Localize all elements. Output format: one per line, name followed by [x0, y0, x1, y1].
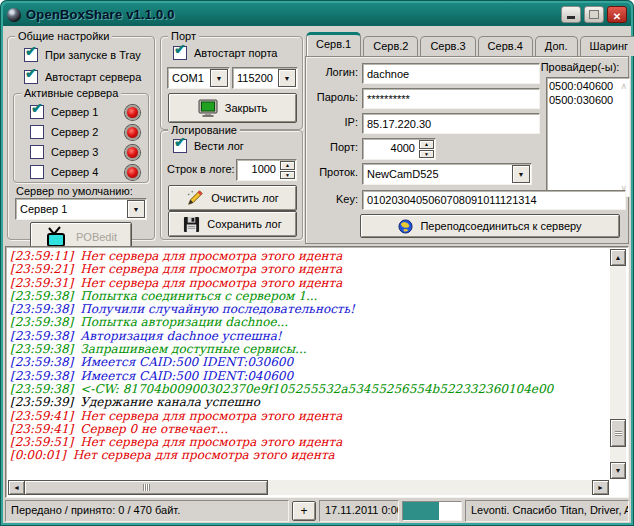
chevron-down-icon[interactable] — [278, 69, 296, 87]
log-line: [23:59:21]Нет сервера для просмотра этог… — [10, 263, 606, 276]
clear-log-button[interactable]: Очистить лог — [168, 185, 297, 211]
server-2-checkbox[interactable]: Сервер 2 — [30, 122, 140, 142]
log-line: [23:59:51]Нет сервера для просмотра этог… — [10, 436, 606, 449]
log-line: [23:59:38]Попытка авторизации dachnoe... — [10, 316, 606, 329]
chevron-down-icon[interactable] — [210, 69, 228, 87]
titlebar[interactable]: OpenBoxShare v1.1.0.0 — [3, 3, 631, 26]
provider-item[interactable]: 0500:030600 — [549, 93, 627, 107]
password-input[interactable]: ********** — [362, 88, 540, 109]
close-port-button-label: Закрыть — [225, 102, 267, 114]
protocol-select[interactable]: NewCamD525 — [362, 163, 532, 185]
scroll-left-icon[interactable]: ◄ — [8, 480, 25, 495]
close-icon — [613, 6, 621, 24]
server-label: Сервер 3 — [51, 146, 98, 158]
log-line: [23:59:38]Имеется CAID:500 IDENT:040600 — [10, 370, 606, 383]
checkbox-icon[interactable] — [24, 70, 38, 84]
checkbox-icon[interactable] — [30, 165, 44, 179]
ip-input[interactable]: 85.17.220.30 — [362, 113, 540, 134]
server-3-checkbox[interactable]: Сервер 3 — [30, 142, 140, 162]
key-label: Key: — [308, 193, 358, 205]
tab-Доп.[interactable]: Доп. — [535, 36, 578, 56]
log-line: [23:59:38]Получили случайную последовате… — [10, 303, 606, 316]
client-area: Общие настройки При запуске в Tray Автос… — [3, 26, 631, 523]
default-server-value: Сервер 1 — [16, 203, 126, 215]
key-input[interactable]: 0102030405060708091011121314 — [362, 190, 626, 210]
group-active-servers: Активные сервера Сервер 1Сервер 2Сервер … — [13, 93, 149, 183]
checkbox-icon[interactable] — [24, 48, 38, 62]
chevron-down-icon[interactable] — [512, 165, 530, 183]
thumb-grip — [615, 431, 622, 436]
tab-Серв.2[interactable]: Серв.2 — [363, 36, 418, 56]
provider-item[interactable]: 0500:040600 — [549, 79, 627, 93]
log-lines-spinner[interactable]: 1000 — [236, 159, 297, 181]
vertical-scroll-thumb[interactable] — [610, 419, 626, 447]
log-line: [23:59:41]Сервер 0 не отвечает... — [10, 423, 606, 436]
server-label: Сервер 1 — [51, 106, 98, 118]
checkbox-icon[interactable] — [30, 125, 44, 139]
server-port-spinner[interactable]: 4000 — [362, 138, 436, 160]
horizontal-scroll-thumb[interactable] — [24, 480, 268, 495]
spinner-buttons — [280, 161, 295, 179]
progress-fill — [403, 502, 439, 520]
floppy-disk-icon — [183, 216, 200, 233]
login-input[interactable]: dachnoe — [362, 63, 540, 84]
minimize-icon — [567, 16, 575, 19]
spinner-buttons — [419, 140, 434, 158]
tab-bar: Серв.1Серв.2Серв.3Серв.4Доп.Шаринг — [305, 32, 629, 56]
tray-checkbox[interactable]: При запуске в Tray — [24, 45, 152, 65]
server-4-checkbox[interactable]: Сервер 4 — [30, 162, 140, 182]
com-port-select[interactable]: COM1 — [167, 67, 230, 89]
group-active-servers-title: Активные сервера — [21, 87, 121, 100]
log-vertical-scrollbar[interactable]: ▲ ▼ — [610, 249, 626, 479]
datetime-status: 17.11.2011 0:00:02 — [319, 500, 399, 522]
checkbox-icon[interactable] — [173, 139, 187, 153]
group-port: Порт Автостарт порта COM1 115200 Закрыть — [160, 36, 303, 130]
close-button[interactable] — [607, 6, 627, 23]
plus-button[interactable]: + — [292, 501, 316, 521]
tray-checkbox-label: При запуске в Tray — [45, 49, 141, 61]
default-server-select[interactable]: Сервер 1 — [15, 198, 147, 220]
spin-up-icon[interactable] — [280, 161, 295, 170]
reconnect-button[interactable]: Переподсоединиться к серверу — [360, 214, 620, 238]
spin-up-icon[interactable] — [419, 140, 434, 149]
scroll-right-icon[interactable]: ► — [592, 480, 609, 495]
eraser-pencil-icon — [186, 189, 204, 207]
log-line: [0:00:01]Нет сервера для просмотра этого… — [10, 449, 606, 462]
spin-down-icon[interactable] — [280, 171, 295, 180]
minimize-button[interactable] — [561, 6, 581, 23]
scroll-up-icon[interactable]: ▲ — [610, 249, 626, 266]
log-line: [23:59:38]<-CW: 81704b00900302370e9f1052… — [10, 383, 606, 396]
globe-icon — [398, 219, 413, 234]
server-1-checkbox[interactable]: Сервер 1 — [30, 102, 140, 122]
tab-Серв.1[interactable]: Серв.1 — [306, 32, 361, 56]
spin-down-icon[interactable] — [419, 150, 434, 159]
protocol-label: Проток. — [308, 166, 358, 178]
window-controls — [561, 6, 631, 23]
window-title: OpenBoxShare v1.1.0.0 — [26, 7, 175, 22]
baud-rate-select[interactable]: 115200 — [232, 67, 298, 89]
server-autostart-label: Автостарт сервера — [45, 71, 141, 83]
close-port-button[interactable]: Закрыть — [168, 93, 297, 123]
log-horizontal-scrollbar[interactable]: ◄ ► — [8, 480, 609, 495]
log-enable-checkbox[interactable]: Вести лог — [173, 136, 300, 156]
save-log-button-label: Сохранить лог — [207, 218, 281, 230]
log-output[interactable]: [23:59:11]Нет сервера для просмотра этог… — [5, 246, 629, 498]
save-log-button[interactable]: Сохранить лог — [168, 211, 297, 237]
chevron-down-icon[interactable] — [127, 200, 145, 218]
tab-Серв.3[interactable]: Серв.3 — [420, 36, 475, 56]
reconnect-button-label: Переподсоединиться к серверу — [420, 220, 581, 232]
checkbox-icon[interactable] — [173, 46, 187, 60]
clear-log-button-label: Очистить лог — [211, 192, 279, 204]
server-autostart-checkbox[interactable]: Автостарт сервера — [24, 67, 152, 87]
port-autostart-checkbox[interactable]: Автостарт порта — [173, 43, 300, 63]
scroll-down-icon[interactable]: ▼ — [610, 462, 626, 479]
log-line: [23:59:38]Запрашиваем доступные сервисы.… — [10, 343, 606, 356]
checkbox-icon[interactable] — [30, 145, 44, 159]
checkbox-icon[interactable] — [30, 105, 44, 119]
tab-Серв.4[interactable]: Серв.4 — [478, 36, 533, 56]
port-autostart-label: Автостарт порта — [194, 47, 277, 59]
maximize-button[interactable] — [584, 6, 604, 23]
log-line: [23:59:11]Нет сервера для просмотра этог… — [10, 250, 606, 263]
tab-Шаринг[interactable]: Шаринг — [580, 36, 634, 56]
providers-list[interactable]: ∧ ∨ 0500:0406000500:030600 — [546, 77, 630, 197]
